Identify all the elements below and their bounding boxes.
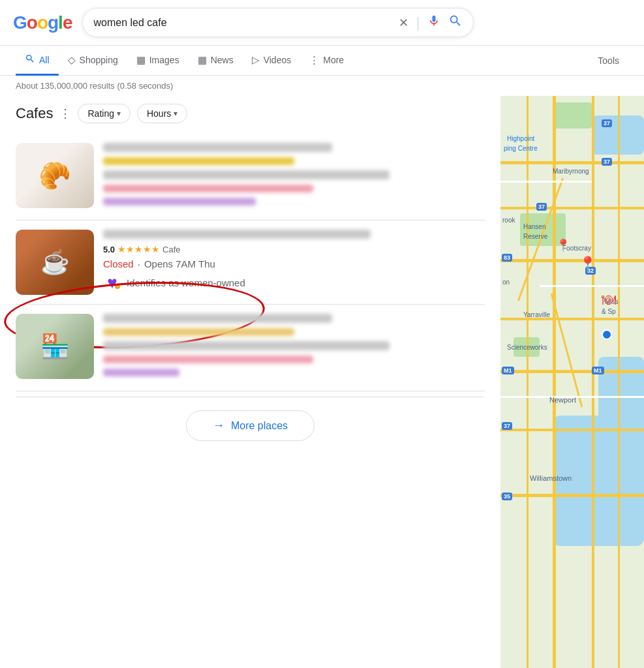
place-rating-3-blur — [103, 328, 294, 336]
map-badge-37: 37 — [602, 158, 612, 166]
tab-news-label: News — [211, 55, 234, 65]
map-green-2 — [553, 102, 592, 129]
map-label-hansen: Hansen — [523, 223, 545, 230]
tab-all-label: All — [39, 55, 50, 65]
rating-value: 5.0 — [103, 245, 115, 254]
map-container: Highpoint ping Centre Maribyrnong rook H… — [500, 96, 644, 668]
search-button[interactable] — [448, 14, 463, 31]
place-image-1 — [16, 143, 94, 208]
separator: · — [138, 258, 140, 269]
more-icon: ⋮ — [309, 54, 319, 66]
videos-icon: ▷ — [252, 54, 260, 66]
map-badge-37c: 37 — [502, 422, 512, 430]
place-info-2: 5.0 ★★★★★ Cafe Closed · Opens 7AM Thu ♥ … — [103, 230, 485, 295]
cafes-header: Cafes ⋮ Rating ▾ Hours ▾ — [16, 104, 485, 123]
map-panel[interactable]: Highpoint ping Centre Maribyrnong rook H… — [500, 96, 644, 668]
place-card-1[interactable] — [16, 134, 485, 220]
place-card-2[interactable]: 5.0 ★★★★★ Cafe Closed · Opens 7AM Thu ♥ … — [16, 220, 485, 305]
map-badge-35: 35 — [502, 493, 512, 500]
place-rating-2: 5.0 ★★★★★ Cafe — [103, 244, 485, 254]
stars-icon: ★★★★★ — [117, 244, 160, 254]
search-bar: ✕ | — [82, 8, 474, 37]
map-label-reserve: Reserve — [523, 233, 547, 240]
map-road-h4 — [500, 318, 644, 320]
place-tag2-1-blur — [103, 198, 256, 205]
map-label-ping: ping Centre — [504, 145, 538, 152]
tab-more[interactable]: ⋮ More — [300, 46, 353, 76]
tab-videos[interactable]: ▷ Videos — [243, 46, 301, 76]
place-name-1-blur — [103, 143, 332, 152]
map-label-newport: Newport — [549, 396, 576, 404]
map-road-h6 — [500, 429, 644, 431]
place-addr-1-blur — [103, 170, 390, 179]
women-heart-icon: ♥ — [103, 273, 121, 292]
map-road-v2 — [592, 96, 594, 668]
place-info-3 — [103, 314, 485, 382]
map-road-white-2 — [540, 285, 644, 287]
header: Google ✕ | — [0, 0, 644, 46]
more-places-button[interactable]: → More places — [186, 410, 314, 441]
place-addr-3-blur — [103, 341, 390, 350]
place-name-3-blur — [103, 314, 332, 323]
map-badge-37b: 37 — [536, 203, 547, 211]
map-road-white-1 — [500, 181, 592, 183]
map-label-scienceworks: Scienceworks — [507, 344, 547, 351]
map-pin-red-1: 📍 — [579, 256, 596, 273]
google-logo: Google — [13, 12, 72, 33]
map-label-williamstown: Williamstown — [530, 474, 572, 482]
place-tag-1-blur — [103, 185, 313, 192]
opens-label: Opens 7AM Thu — [144, 258, 215, 269]
place-name-2-blur — [103, 230, 371, 239]
map-road-h1 — [500, 161, 644, 164]
place-image-2 — [16, 230, 94, 295]
map-label-maribyrnong: Maribyrnong — [553, 168, 589, 175]
news-icon: ▦ — [198, 54, 207, 66]
place-info-1 — [103, 143, 485, 211]
rating-chevron-icon: ▾ — [117, 109, 121, 118]
more-options-icon[interactable]: ⋮ — [59, 106, 71, 121]
category-label: Cafe — [162, 245, 180, 254]
place-card-3[interactable] — [16, 305, 485, 391]
divider: | — [416, 14, 420, 31]
map-label-yarraville: Yarraville — [523, 311, 550, 318]
tab-more-label: More — [323, 55, 344, 65]
more-places-arrow-icon: → — [213, 419, 224, 433]
tab-all[interactable]: All — [16, 46, 59, 76]
map-badge-83: 83 — [502, 254, 512, 262]
map-label-sp: & Sp — [602, 308, 616, 315]
tab-images[interactable]: ▦ Images — [127, 46, 189, 76]
women-owned-label: Identifies as women-owned — [127, 277, 245, 288]
shopping-icon: ◇ — [68, 54, 76, 66]
all-icon — [25, 53, 35, 66]
nav-tabs: All ◇ Shopping ▦ Images ▦ News ▷ Videos … — [0, 46, 644, 76]
map-pin-restaurant: 🍽 — [602, 292, 616, 309]
clear-icon[interactable]: ✕ — [399, 16, 408, 30]
images-icon: ▦ — [136, 54, 146, 66]
place-image-3 — [16, 314, 94, 379]
more-places-label: More places — [231, 420, 288, 432]
cafes-title: Cafes — [16, 105, 53, 122]
results-info: About 135,000,000 results (0.58 seconds) — [0, 76, 644, 96]
map-road-h7 — [500, 494, 644, 497]
tab-shopping[interactable]: ◇ Shopping — [59, 46, 127, 76]
hours-filter-button[interactable]: Hours ▾ — [137, 104, 187, 123]
main-layout: Cafes ⋮ Rating ▾ Hours ▾ — [0, 96, 644, 668]
map-badge-37d: 37 — [602, 119, 612, 127]
place-tag-3-blur — [103, 356, 313, 363]
map-label-on: on — [502, 279, 510, 286]
tab-news[interactable]: ▦ News — [189, 46, 243, 76]
mic-icon[interactable] — [427, 14, 440, 31]
map-pin-green-1: 📍 — [556, 238, 570, 252]
map-pin-blue — [602, 329, 612, 340]
tab-shopping-label: Shopping — [80, 55, 118, 65]
map-road-h3 — [500, 259, 644, 262]
more-places-container: → More places — [16, 397, 485, 461]
rating-filter-button[interactable]: Rating ▾ — [78, 104, 130, 123]
tab-images-label: Images — [149, 55, 179, 65]
closed-label: Closed — [103, 258, 134, 269]
heart-shape: ♥ — [107, 273, 117, 293]
place-rating-1-blur — [103, 157, 294, 165]
tools-tab[interactable]: Tools — [589, 48, 628, 74]
map-road-v4 — [618, 96, 620, 668]
search-input[interactable] — [93, 17, 391, 29]
